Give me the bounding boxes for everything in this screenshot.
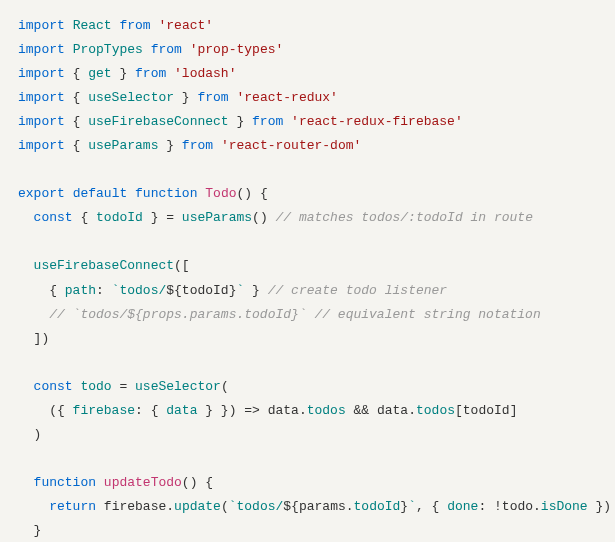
token-punc: [166, 66, 174, 81]
token-kw: import: [18, 90, 65, 105]
token-def: useSelector: [88, 90, 174, 105]
token-kw: import: [18, 66, 65, 81]
code-line: import { get } from 'lodash': [18, 62, 597, 86]
code-line: const { todoId } = useParams() // matche…: [18, 206, 597, 230]
code-line: ({ firebase: { data } }) => data.todos &…: [18, 399, 597, 423]
token-punc: [182, 42, 190, 57]
code-line: ): [18, 423, 597, 447]
token-punc: [96, 475, 104, 490]
token-punc: {: [65, 114, 88, 129]
token-punc: .: [533, 499, 541, 514]
token-kw: function: [135, 186, 197, 201]
token-kw: const: [34, 210, 73, 225]
token-prop: isDone: [541, 499, 588, 514]
token-punc: .: [408, 403, 416, 418]
token-punc: [213, 138, 221, 153]
token-punc: ]): [18, 331, 49, 346]
code-line: import { useFirebaseConnect } from 'reac…: [18, 110, 597, 134]
token-var: data: [377, 403, 408, 418]
code-line: import PropTypes from 'prop-types': [18, 38, 597, 62]
token-punc: [127, 186, 135, 201]
token-punc: =: [112, 379, 135, 394]
token-punc: }: [112, 66, 135, 81]
token-prop: todos: [416, 403, 455, 418]
code-line: [18, 447, 597, 471]
code-line: export default function Todo() {: [18, 182, 597, 206]
token-kw: function: [34, 475, 96, 490]
token-def: useParams: [88, 138, 158, 153]
token-punc: {: [65, 138, 88, 153]
code-line: ]): [18, 327, 597, 351]
token-prop: done: [447, 499, 478, 514]
token-punc: } }) =>: [197, 403, 267, 418]
token-fn-call: useSelector: [135, 379, 221, 394]
token-punc: [283, 114, 291, 129]
token-punc: ): [18, 427, 41, 442]
token-punc: [18, 210, 34, 225]
token-punc: [: [455, 403, 463, 418]
token-punc: :: [96, 283, 112, 298]
code-line: }: [18, 519, 597, 542]
token-def: todo: [80, 379, 111, 394]
token-punc: () {: [237, 186, 268, 201]
token-prop: firebase: [73, 403, 135, 418]
token-punc: (: [221, 499, 229, 514]
token-kw: default: [73, 186, 128, 201]
token-kw: from: [182, 138, 213, 153]
code-line: { path: `todos/${todoId}` } // create to…: [18, 279, 597, 303]
token-def: get: [88, 66, 111, 81]
token-kw: import: [18, 138, 65, 153]
token-punc: [65, 186, 73, 201]
token-punc: .: [299, 403, 307, 418]
token-punc: }: [244, 283, 267, 298]
token-kw: from: [197, 90, 228, 105]
token-punc: [65, 42, 73, 57]
token-str: 'prop-types': [190, 42, 284, 57]
token-punc: [18, 475, 34, 490]
token-punc: [143, 42, 151, 57]
code-block: import React from 'react'import PropType…: [18, 14, 597, 542]
token-punc: }: [229, 114, 252, 129]
code-line: function updateTodo() {: [18, 471, 597, 495]
token-punc: [18, 307, 49, 322]
token-def: data: [166, 403, 197, 418]
token-punc: {: [65, 66, 88, 81]
token-kw: from: [252, 114, 283, 129]
token-punc: (: [221, 379, 229, 394]
token-prop: todoId: [354, 499, 401, 514]
token-tmpl: `todos/: [112, 283, 167, 298]
token-punc: ${: [283, 499, 299, 514]
token-punc: }: [18, 523, 41, 538]
token-comment: // create todo listener: [268, 283, 447, 298]
token-punc: [18, 499, 49, 514]
token-punc: : {: [135, 403, 166, 418]
token-punc: ([: [174, 258, 190, 273]
code-line: import React from 'react': [18, 14, 597, 38]
token-punc: {: [18, 283, 65, 298]
token-punc: [65, 18, 73, 33]
token-fn-name: Todo: [205, 186, 236, 201]
token-def: React: [73, 18, 112, 33]
code-line: [18, 158, 597, 182]
token-punc: : !: [478, 499, 501, 514]
code-line: // `todos/${props.params.todoId}` // equ…: [18, 303, 597, 327]
token-kw: import: [18, 42, 65, 57]
token-var: todoId: [463, 403, 510, 418]
token-str: 'react-redux': [236, 90, 337, 105]
token-kw: import: [18, 18, 65, 33]
token-punc: , {: [416, 499, 447, 514]
code-line: const todo = useSelector(: [18, 375, 597, 399]
token-punc: [18, 379, 34, 394]
token-punc: &&: [346, 403, 377, 418]
token-punc: [96, 499, 104, 514]
token-def: todoId: [96, 210, 143, 225]
token-str: 'react-redux-firebase': [291, 114, 463, 129]
token-kw: import: [18, 114, 65, 129]
token-punc: } =: [143, 210, 182, 225]
code-line: return firebase.update(`todos/${params.t…: [18, 495, 597, 519]
token-var: data: [268, 403, 299, 418]
token-var: todo: [502, 499, 533, 514]
token-punc: ]: [510, 403, 518, 418]
token-punc: ({: [18, 403, 73, 418]
token-kw: from: [135, 66, 166, 81]
